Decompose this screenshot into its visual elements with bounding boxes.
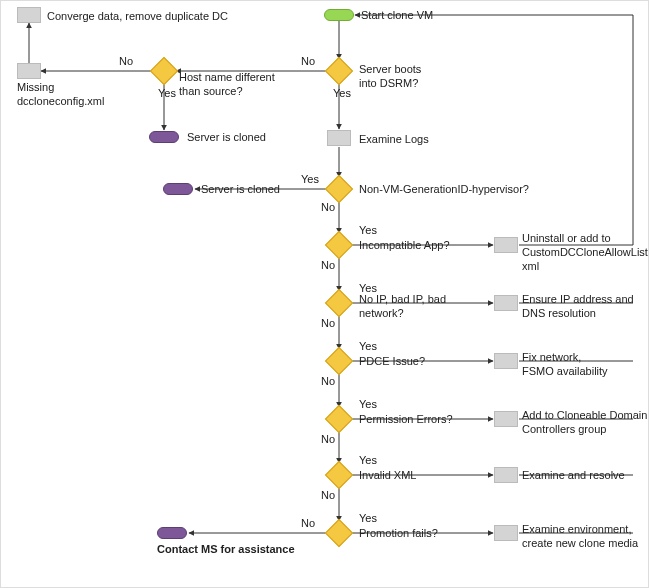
decision-pdce-label: PDCE Issue? (359, 355, 425, 369)
edge-promo-yes: Yes (359, 512, 377, 524)
process-missing-config (17, 63, 41, 79)
process-examine-logs-label: Examine Logs (359, 133, 429, 147)
decision-pdce (325, 347, 353, 375)
process-fix-ip-label: Ensure IP address and DNS resolution (522, 293, 634, 321)
edge-genid-yes: Yes (301, 173, 319, 185)
process-add-cloneable (494, 411, 518, 427)
edge-dsrm-yes: Yes (333, 87, 351, 99)
decision-hostname (150, 57, 178, 85)
decision-promotion-fails (325, 519, 353, 547)
decision-permission-label: Permission Errors? (359, 413, 453, 427)
decision-permission (325, 405, 353, 433)
decision-dsrm (325, 57, 353, 85)
start-node (324, 9, 354, 21)
decision-dsrm-label: Server boots into DSRM? (359, 63, 421, 91)
decision-promotion-fails-label: Promotion fails? (359, 527, 438, 541)
end-cloned-1 (149, 131, 179, 143)
edge-genid-no: No (321, 201, 335, 213)
edge-dsrm-no: No (301, 55, 315, 67)
process-uninstall-app-label: Uninstall or add to CustomDCCloneAllowLi… (522, 232, 649, 273)
process-uninstall-app (494, 237, 518, 253)
decision-incompatible-app-label: Incompatible App? (359, 239, 450, 253)
edge-perm-yes: Yes (359, 398, 377, 410)
decision-invalid-xml-label: Invalid XML (359, 469, 416, 483)
decision-hostname-label: Host name different than source? (179, 71, 275, 99)
start-label: Start clone VM (361, 9, 433, 23)
decision-ip (325, 289, 353, 317)
process-examine-env-label: Examine environment, create new clone me… (522, 523, 638, 551)
end-cloned-2 (163, 183, 193, 195)
edge-perm-no: No (321, 433, 335, 445)
process-examine-logs (327, 130, 351, 146)
edge-pdce-no: No (321, 375, 335, 387)
decision-ip-label: No IP, bad IP, bad network? (359, 293, 446, 321)
process-missing-config-label: Missing dccloneconfig.xml (17, 81, 104, 109)
process-fix-pdce-label: Fix network, FSMO availability (522, 351, 608, 379)
decision-genid (325, 175, 353, 203)
edge-pdce-yes: Yes (359, 340, 377, 352)
flowchart-canvas: Start clone VM Server boots into DSRM? Y… (0, 0, 649, 588)
process-add-cloneable-label: Add to Cloneable Domain Controllers grou… (522, 409, 647, 437)
end-cloned-1-label: Server is cloned (187, 131, 266, 145)
process-fix-pdce (494, 353, 518, 369)
edge-app-no: No (321, 259, 335, 271)
edge-xml-no: No (321, 489, 335, 501)
decision-genid-label: Non-VM-GenerationID-hypervisor? (359, 183, 529, 197)
edge-host-no: No (119, 55, 133, 67)
edge-ip-no: No (321, 317, 335, 329)
process-examine-resolve-label: Examine and resolve (522, 469, 625, 483)
edge-host-yes: Yes (158, 87, 176, 99)
end-cloned-2-label: Server is cloned (201, 183, 280, 197)
process-examine-env (494, 525, 518, 541)
decision-incompatible-app (325, 231, 353, 259)
edge-promo-no: No (301, 517, 315, 529)
end-contact-ms (157, 527, 187, 539)
process-examine-resolve (494, 467, 518, 483)
process-converge-label: Converge data, remove duplicate DC (47, 10, 228, 24)
edge-ip-yes: Yes (359, 282, 377, 294)
end-contact-ms-label: Contact MS for assistance (157, 543, 295, 557)
edge-xml-yes: Yes (359, 454, 377, 466)
process-converge (17, 7, 41, 23)
decision-invalid-xml (325, 461, 353, 489)
process-fix-ip (494, 295, 518, 311)
edge-app-yes: Yes (359, 224, 377, 236)
